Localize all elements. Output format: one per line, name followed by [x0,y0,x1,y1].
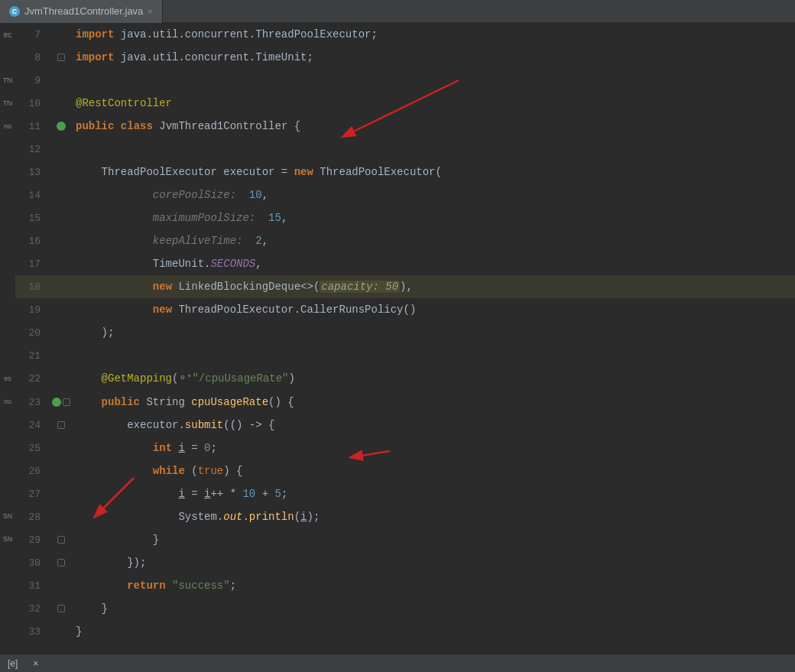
fold-icon-30[interactable]: - [57,559,65,566]
line-18: 18 new LinkedBlockingDeque<>(capacity: 5… [15,275,795,298]
line-28: 28 System.out.println(i); [15,505,795,528]
sidebar-label-thi2: Thi [0,92,15,115]
sidebar-label-thi: Thi [0,69,15,92]
editor-container: ec Thi Thi no es ou SN SN [0,23,795,654]
line-19: 19 new ThreadPoolExecutor.CallerRunsPoli… [15,298,795,321]
status-bar: [e] × [0,654,795,672]
line-29: 29 - } [15,528,795,551]
status-item-bracket: [e] [8,658,18,669]
fold-icon-23[interactable]: - [63,398,70,406]
line-7: 7 import java.util.concurrent.ThreadPool… [15,23,795,46]
sidebar-label-sn2: SN [0,528,15,550]
line-10: 10 @RestController [15,92,795,115]
fold-icon-32[interactable]: - [57,605,65,612]
fold-icon-29[interactable]: - [57,536,65,544]
breakpoint-icon-11[interactable] [57,122,66,131]
run-icon-23[interactable] [52,398,61,407]
line-12: 12 [15,138,795,161]
line-24: 24 - executor.submit(() -> { [15,414,795,437]
code-panel: 7 import java.util.concurrent.ThreadPool… [15,23,795,654]
line-32: 32 - } [15,597,795,620]
line-33: 33 } [15,620,795,643]
line-20: 20 ); [15,321,795,344]
line-23: 23 - public String cpuUsageRate() { [15,391,795,414]
line-15: 15 maximumPoolSize: 15, [15,206,795,229]
tab-bar: C JvmThread1Controller.java × [0,0,795,23]
sidebar-label-ou: ou [0,390,15,413]
sidebar-label-es: es [0,367,15,390]
sidebar-label-sn1: SN [0,505,15,528]
line-13: 13 ThreadPoolExecutor executor = new Thr… [15,161,795,183]
tab-filename: JvmThread1Controller.java [24,5,143,17]
left-sidebar: ec Thi Thi no es ou SN SN [0,23,15,654]
line-11: 11 public class JvmThread1Controller { [15,115,795,138]
line-17: 17 TimeUnit.SECONDS, [15,252,795,275]
sidebar-label-ec: ec [0,23,15,46]
line-14: 14 corePoolSize: 10, [15,183,795,206]
sidebar-label-no: no [0,115,15,138]
fold-icon-8[interactable]: - [57,54,65,61]
tab-file-icon: C [9,6,20,17]
line-8: 8 - import java.util.concurrent.TimeUnit… [15,46,795,69]
line-30: 30 - }); [15,551,795,574]
line-25: 25 int i = 0; [15,437,795,459]
line-31: 31 return "success"; [15,574,795,597]
close-tab-icon[interactable]: × [148,7,152,16]
sidebar-label-er [0,46,15,69]
line-21: 21 [15,344,795,367]
line-27: 27 i = i++ * 10 + 5; [15,482,795,505]
line-9: 9 [15,69,795,92]
status-item-close[interactable]: × [33,658,38,669]
line-26: 26 while (true) { [15,459,795,482]
file-tab[interactable]: C JvmThread1Controller.java × [0,0,163,23]
fold-icon-24[interactable]: - [57,421,65,429]
line-22: 22 @GetMapping(⚬˅"/cpuUsageRate") [15,367,795,391]
line-16: 16 keepAliveTime: 2, [15,229,795,252]
